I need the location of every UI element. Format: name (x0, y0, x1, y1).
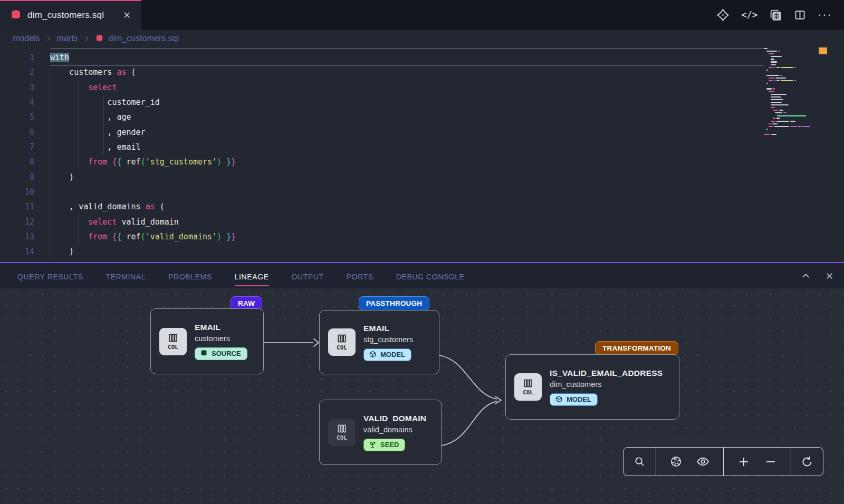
code-text: ) (34, 170, 74, 185)
line-number: 1 (0, 50, 34, 65)
panel-tab-lineage[interactable]: LINEAGE (235, 265, 269, 286)
close-panel-icon[interactable] (824, 271, 835, 281)
lineage-node-valid-domains[interactable]: COL VALID_DOMAIN valid_domains SEED (319, 400, 442, 465)
refresh-icon[interactable] (801, 455, 813, 468)
node-table-name: valid_domains (363, 425, 426, 434)
minimap[interactable] (764, 47, 817, 136)
code-text: from {{ ref('stg_customers') }} (34, 154, 236, 169)
chevron-right-icon (45, 35, 52, 42)
line-number: 12 (0, 215, 34, 229)
panel-tab-terminal[interactable]: TERMINAL (106, 265, 146, 286)
split-editor-icon[interactable] (794, 9, 806, 21)
zoom-out-icon[interactable] (764, 455, 777, 468)
column-icon: COL (159, 328, 187, 355)
breadcrumb-models[interactable]: models (13, 34, 40, 43)
line-number: 7 (0, 140, 34, 154)
panel-tab-debug-console[interactable]: DEBUG CONSOLE (396, 265, 465, 286)
code-line: 9 ) (0, 170, 844, 185)
code-line: 8 from {{ ref('stg_customers') }} (0, 154, 844, 169)
aperture-icon[interactable] (670, 455, 682, 468)
zoom-in-icon[interactable] (737, 455, 750, 468)
lineage-node-stg-customers-email[interactable]: COL EMAIL stg_customers MODEL (319, 310, 439, 374)
node-column-name: EMAIL (195, 323, 247, 332)
node-column-name: EMAIL (363, 324, 413, 333)
indent-guide (79, 215, 79, 245)
line-number: 8 (0, 154, 34, 169)
editor-tab-bar: dim_customers.sql ✕ </> ··· (0, 0, 844, 30)
node-table-name: dim_customers (550, 380, 663, 389)
model-pill: MODEL (363, 348, 411, 361)
code-line: 10 (0, 185, 844, 199)
panel-tabs: QUERY RESULTSTERMINALPROBLEMSLINEAGEOUTP… (17, 265, 465, 286)
code-line: 7 , email (0, 140, 844, 154)
badge-passthrough: PASSTHROUGH (359, 296, 429, 311)
column-icon: COL (514, 373, 542, 401)
breadcrumb-file[interactable]: dim_customers.sql (95, 34, 179, 43)
current-line-border-bottom (50, 65, 764, 66)
code-line: 2 customers as ( (0, 65, 844, 80)
sprout-icon (369, 441, 377, 449)
eye-icon[interactable] (696, 455, 709, 468)
code-text: , age (34, 110, 131, 124)
code-text (34, 259, 50, 262)
lineage-node-customers-email[interactable]: COL EMAIL customers SOURCE (150, 308, 264, 374)
tab-close-icon[interactable]: ✕ (121, 9, 133, 21)
code-lines: 1with2 customers as (3 select4 customer_… (0, 50, 844, 262)
line-number: 9 (0, 170, 34, 185)
maximize-panel-icon[interactable] (801, 271, 811, 281)
indent-guide (51, 65, 51, 259)
database-icon (200, 350, 208, 357)
code-line: 11 , valid_domains as ( (0, 199, 844, 214)
code-line: 12 select valid_domain (0, 215, 844, 229)
code-text: customer_id (34, 95, 160, 110)
code-line: 4 customer_id (0, 95, 844, 110)
panel-tab-query-results[interactable]: QUERY RESULTS (17, 265, 83, 286)
cube-icon (555, 395, 563, 403)
seed-pill: SEED (363, 439, 405, 451)
dbt-icon[interactable] (716, 8, 730, 22)
line-number: 13 (0, 229, 34, 244)
current-line-border-top (50, 48, 764, 49)
more-actions-icon[interactable]: ··· (818, 8, 832, 22)
lineage-canvas[interactable]: RAW COL EMAIL customers SOURCE PASSTHROU… (0, 288, 844, 504)
panel-tab-problems[interactable]: PROBLEMS (168, 265, 212, 286)
titlebar-actions: </> ··· (716, 0, 844, 30)
line-number: 6 (0, 125, 34, 140)
lineage-node-dim-customers[interactable]: COL IS_VALID_EMAIL_ADDRESS dim_customers… (505, 354, 679, 420)
tab-dim-customers[interactable]: dim_customers.sql ✕ (0, 0, 141, 30)
panel-tab-output[interactable]: OUTPUT (292, 265, 324, 286)
indent-guide (79, 80, 79, 170)
panel-header: QUERY RESULTSTERMINALPROBLEMSLINEAGEOUTP… (0, 263, 844, 288)
line-number: 14 (0, 244, 34, 259)
line-number: 10 (0, 185, 34, 199)
model-pill: MODEL (550, 393, 598, 406)
code-text: from {{ ref('valid_domains') }} (34, 229, 236, 244)
lineage-toolbar (623, 447, 823, 476)
bottom-panel: QUERY RESULTSTERMINALPROBLEMSLINEAGEOUTP… (0, 262, 844, 504)
code-text: with (34, 50, 69, 65)
column-icon: COL (328, 419, 356, 446)
tab-label: dim_customers.sql (27, 10, 114, 21)
code-text: , valid_domains as ( (34, 199, 165, 214)
code-line: 14 ) (0, 244, 844, 259)
code-line: 6 , gender (0, 125, 844, 140)
code-line: 13 from {{ ref('valid_domains') }} (0, 229, 844, 244)
minimap-line (764, 133, 817, 136)
line-number: 4 (0, 95, 34, 110)
code-text: ) (34, 244, 74, 259)
panel-tab-ports[interactable]: PORTS (347, 265, 373, 286)
breadcrumb-marts[interactable]: marts (57, 34, 78, 43)
search-icon[interactable] (634, 455, 646, 468)
line-number: 11 (0, 199, 34, 214)
code-editor[interactable]: 1with2 customers as (3 select4 customer_… (0, 47, 844, 262)
code-text: select (34, 80, 117, 95)
node-column-name: VALID_DOMAIN (363, 414, 426, 423)
column-icon: COL (328, 328, 356, 356)
duplicate-table-icon[interactable] (769, 8, 782, 22)
scrollbar-marker (819, 47, 827, 54)
code-icon[interactable]: </> (741, 9, 757, 20)
code-text (34, 185, 50, 199)
code-text: customers as ( (34, 65, 136, 80)
breadcrumb: models marts dim_customers.sql (0, 30, 844, 47)
badge-transformation: TRANSFORMATION (595, 341, 678, 355)
